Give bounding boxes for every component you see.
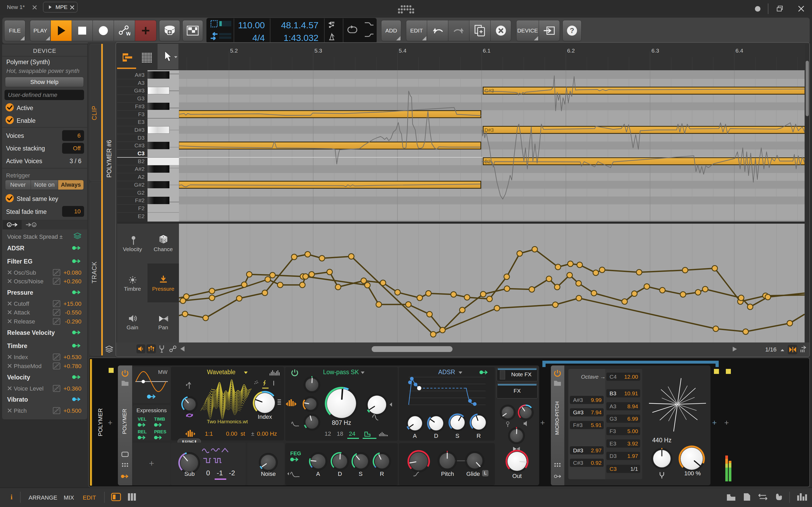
svg-text:?: ? xyxy=(570,27,574,35)
svg-text:W: W xyxy=(126,31,130,37)
svg-text:G#3: G#3 xyxy=(485,88,494,94)
